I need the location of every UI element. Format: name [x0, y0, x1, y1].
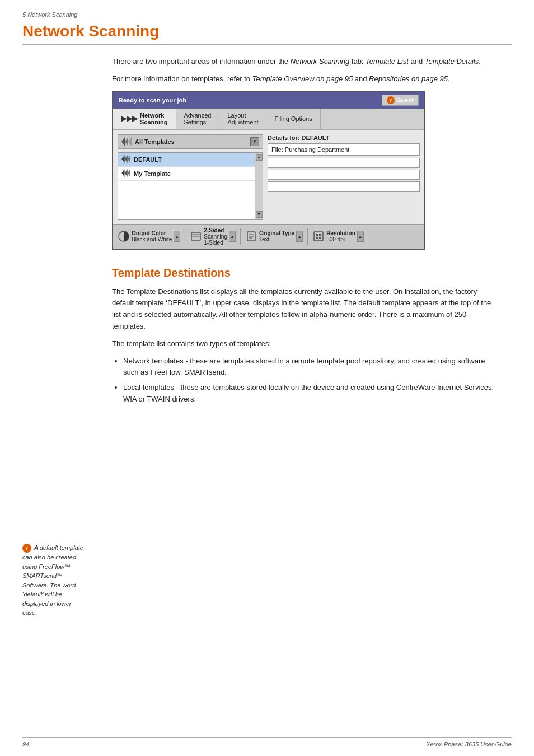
two-sided-label: 2-Sided	[204, 227, 227, 234]
svg-marker-1	[125, 137, 128, 146]
bullets-section: Network templates - these are templates …	[112, 356, 500, 405]
page-title: Network Scanning	[22, 22, 512, 45]
resolution-text: Resolution 300 dpi	[326, 230, 355, 242]
template-mytemplate-icon	[121, 169, 132, 178]
section-body-2: The template list contains two types of …	[112, 338, 500, 350]
original-type-value: Text	[259, 236, 294, 242]
tab-network-scanning[interactable]: ▶▶▶ NetworkScanning	[113, 109, 176, 129]
original-type-text: Original Type Text	[259, 230, 294, 242]
scanner-ui-mockup: Ready to scan your job ? Guest ▶▶▶ Netwo…	[112, 91, 425, 250]
output-color-control: Output Color Black and White ▲	[118, 230, 180, 242]
guest-button[interactable]: ? Guest	[382, 95, 419, 106]
svg-marker-7	[125, 169, 128, 177]
sidebar-note-text: A default template can also be created u…	[22, 544, 83, 616]
bullet-local-templates: Local templates - these are templates st…	[123, 382, 500, 405]
tab-network-scanning-label: NetworkScanning	[140, 112, 168, 125]
resolution-control: Resolution 300 dpi ▲	[312, 230, 364, 242]
resolution-arrow[interactable]: ▲	[357, 231, 364, 242]
two-sided-arrow[interactable]: ▲	[229, 231, 236, 242]
scanner-body: All Templates ▼	[113, 130, 424, 224]
template-list: DEFAULT My Template	[118, 152, 263, 220]
divider-3	[307, 228, 308, 245]
original-type-control: Original Type Text ▲	[245, 230, 303, 242]
tab-layout-adjustment-label: LayoutAdjustment	[227, 112, 258, 125]
divider-2	[240, 228, 241, 245]
svg-marker-2	[128, 137, 132, 146]
resolution-value: 300 dpi	[326, 236, 355, 242]
svg-rect-19	[319, 234, 321, 236]
scanner-left-panel: All Templates ▼	[118, 134, 263, 220]
intro-para1: There are two important areas of informa…	[112, 56, 500, 68]
page-footer: 94 Xerox Phaser 3635 User Guide	[22, 737, 512, 748]
info-icon: i	[22, 544, 31, 553]
scroll-down-arrow[interactable]: ▼	[256, 211, 263, 218]
original-type-label: Original Type	[259, 230, 294, 236]
details-title: Details for: DEFAULT	[268, 134, 420, 141]
output-color-arrow[interactable]: ▲	[174, 231, 180, 242]
resolution-icon	[312, 230, 325, 242]
template-default-label: DEFAULT	[134, 156, 162, 163]
two-sided-icon	[190, 230, 202, 242]
output-color-icon	[118, 230, 130, 242]
svg-marker-4	[125, 155, 128, 163]
template-mytemplate-label: My Template	[134, 170, 171, 177]
template-item-mytemplate[interactable]: My Template	[118, 167, 263, 181]
section-body-1: The Template Destinations list displays …	[112, 286, 500, 333]
svg-marker-3	[121, 155, 124, 163]
intro-para2: For more information on templates, refer…	[112, 73, 500, 85]
svg-rect-17	[314, 232, 323, 241]
divider-1	[185, 228, 185, 245]
template-item-default[interactable]: DEFAULT	[118, 153, 263, 167]
svg-marker-5	[128, 155, 130, 163]
sidebar-note: i A default template can also be created…	[22, 543, 87, 618]
tab-advanced-settings[interactable]: AdvancedSettings	[176, 109, 220, 129]
svg-rect-21	[319, 237, 321, 239]
question-icon: ?	[387, 96, 395, 104]
bullet-network-templates: Network templates - these are templates …	[123, 356, 500, 379]
template-dropdown-arrow[interactable]: ▼	[250, 137, 259, 146]
breadcrumb: 5 Network Scanning	[22, 11, 512, 18]
original-type-icon	[245, 230, 257, 242]
scanner-header-title: Ready to scan your job	[119, 97, 186, 104]
svg-marker-8	[128, 169, 130, 177]
details-file: File: Purchasing Department	[268, 143, 420, 156]
svg-rect-18	[316, 234, 318, 236]
all-templates-label: All Templates	[135, 138, 248, 145]
resolution-label: Resolution	[326, 230, 355, 236]
template-selector[interactable]: All Templates ▼	[118, 134, 263, 149]
two-sided-text: 2-Sided Scanning 1-Sided	[204, 227, 227, 246]
detail-box-3	[268, 181, 420, 192]
svg-rect-20	[316, 237, 318, 239]
template-selector-icon	[121, 137, 133, 146]
two-sided-control: 2-Sided Scanning 1-Sided ▲	[190, 227, 236, 246]
details-boxes	[268, 158, 420, 192]
footer-guide-name: Xerox Phaser 3635 User Guide	[426, 741, 512, 748]
tab-filing-options-label: Filing Options	[274, 115, 312, 122]
svg-marker-0	[121, 137, 125, 146]
tab-layout-adjustment[interactable]: LayoutAdjustment	[219, 109, 266, 129]
two-sided-value: 1-Sided	[204, 240, 227, 246]
tab-advanced-settings-label: AdvancedSettings	[184, 112, 212, 125]
svg-marker-6	[121, 169, 124, 177]
footer-page-number: 94	[22, 741, 29, 748]
list-scrollbar[interactable]: ▲ ▼	[255, 153, 263, 219]
svg-rect-10	[191, 232, 200, 240]
scroll-up-arrow[interactable]: ▲	[256, 154, 263, 161]
scanner-bottom-controls: Output Color Black and White ▲ 2-Sided	[113, 224, 424, 249]
two-sided-sublabel: Scanning	[204, 234, 227, 240]
scanner-header: Ready to scan your job ? Guest	[113, 92, 424, 109]
guest-label: Guest	[396, 97, 414, 104]
tab-filing-options[interactable]: Filing Options	[266, 109, 320, 129]
section-heading: Template Destinations	[112, 267, 500, 279]
detail-box-2	[268, 170, 420, 180]
template-default-icon	[121, 155, 132, 164]
scanner-right-panel: Details for: DEFAULT File: Purchasing De…	[268, 134, 420, 220]
output-color-value: Black and White	[132, 236, 172, 242]
output-color-text: Output Color Black and White	[132, 230, 172, 242]
original-type-arrow[interactable]: ▲	[296, 231, 303, 242]
output-color-label: Output Color	[132, 230, 172, 236]
network-scanning-icon: ▶▶▶	[121, 114, 138, 123]
scanner-tab-bar: ▶▶▶ NetworkScanning AdvancedSettings Lay…	[113, 109, 424, 130]
scanner-header-right: ? Guest	[382, 95, 419, 106]
bullet-list: Network templates - these are templates …	[123, 356, 500, 405]
